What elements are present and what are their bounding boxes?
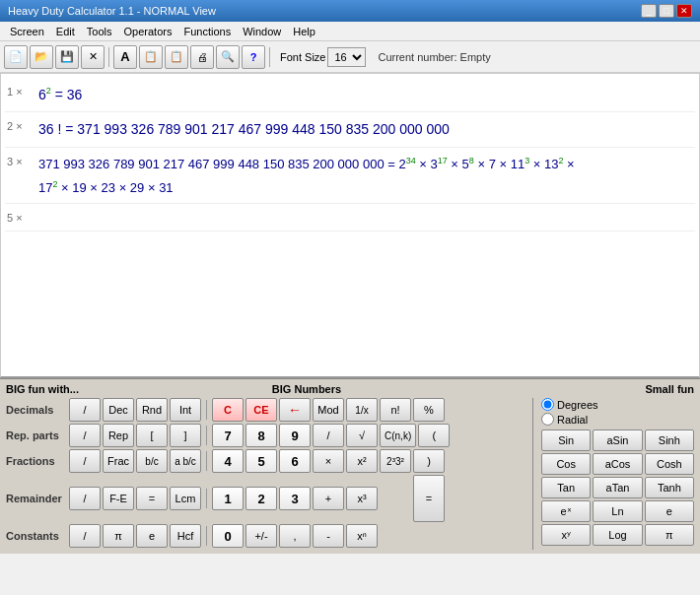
backspace-btn[interactable]: ← xyxy=(279,398,311,422)
percent-btn[interactable]: % xyxy=(413,398,445,422)
pi-btn[interactable]: π xyxy=(103,524,134,548)
bracket-open-btn[interactable]: [ xyxy=(136,424,168,447)
hcf-btn[interactable]: Hcf xyxy=(170,524,201,548)
equals-large-btn[interactable]: = xyxy=(413,475,445,522)
lcm-btn[interactable]: Lcm xyxy=(170,487,201,510)
menu-functions[interactable]: Functions xyxy=(177,24,237,39)
multiply-btn[interactable]: × xyxy=(313,449,344,473)
row-label-2: 2 × xyxy=(7,116,35,132)
menu-edit[interactable]: Edit xyxy=(50,24,81,39)
rnd-btn[interactable]: Rnd xyxy=(136,398,168,422)
toolbar-separator-2 xyxy=(269,47,270,67)
empty-const-2 xyxy=(413,524,445,548)
radial-radio-label[interactable]: Radial xyxy=(541,413,694,426)
divide-btn[interactable]: / xyxy=(313,424,344,447)
combination-btn[interactable]: C(n,k) xyxy=(380,424,416,447)
ln-btn[interactable]: Ln xyxy=(593,500,642,522)
radial-radio[interactable] xyxy=(541,413,554,426)
log-btn[interactable]: Log xyxy=(593,524,642,546)
c-btn[interactable]: C xyxy=(212,398,244,422)
sin-btn[interactable]: Sin xyxy=(541,430,591,451)
comma-btn[interactable]: , xyxy=(279,524,311,548)
empty-rem-1 xyxy=(380,487,411,510)
find-button[interactable]: 🔍 xyxy=(216,45,240,69)
exp-btn[interactable]: eˣ xyxy=(541,500,591,522)
menu-window[interactable]: Window xyxy=(237,24,287,39)
degrees-radio[interactable] xyxy=(541,398,554,411)
close-file-button[interactable]: ✕ xyxy=(81,45,105,69)
atan-btn[interactable]: aTan xyxy=(593,477,642,498)
frac-btn[interactable]: Frac xyxy=(103,449,134,473)
bracket-close-btn[interactable]: ] xyxy=(170,424,201,447)
open-button[interactable]: 📂 xyxy=(30,45,53,69)
plusminus-btn[interactable]: +/- xyxy=(245,524,277,548)
six-btn[interactable]: 6 xyxy=(279,449,311,473)
sqrt-btn[interactable]: √ xyxy=(346,424,378,447)
one-btn[interactable]: 1 xyxy=(212,487,244,510)
five-btn[interactable]: 5 xyxy=(245,449,277,473)
minimize-button[interactable]: _ xyxy=(641,4,657,18)
decimals-slash-btn[interactable]: / xyxy=(69,398,101,422)
new-button[interactable]: 📄 xyxy=(4,45,28,69)
menu-operators[interactable]: Operators xyxy=(118,24,178,39)
inv-btn[interactable]: 1/x xyxy=(346,398,378,422)
fe-btn[interactable]: F-E xyxy=(103,487,134,510)
equals-small-btn[interactable]: = xyxy=(136,487,168,510)
menu-help[interactable]: Help xyxy=(287,24,321,39)
display-row-3: 3 × 371 993 326 789 901 217 467 999 448 … xyxy=(5,148,695,204)
menu-screen[interactable]: Screen xyxy=(4,24,50,39)
three-btn[interactable]: 3 xyxy=(279,487,311,510)
four-btn[interactable]: 4 xyxy=(212,449,244,473)
frac-slash-btn[interactable]: / xyxy=(69,449,101,473)
left-section-header: BIG fun with... xyxy=(6,383,183,395)
zero-btn[interactable]: 0 xyxy=(212,524,244,548)
asin-btn[interactable]: aSin xyxy=(593,430,642,451)
open-paren-btn[interactable]: ( xyxy=(418,424,450,447)
print-button[interactable]: 🖨 xyxy=(190,45,214,69)
acos-btn[interactable]: aCos xyxy=(593,453,642,475)
xy-btn[interactable]: xʸ xyxy=(541,524,591,546)
e-btn[interactable]: e xyxy=(645,500,694,522)
minus-btn[interactable]: - xyxy=(313,524,344,548)
font-size-select[interactable]: 16 12 14 18 20 xyxy=(327,47,366,67)
tanh-btn[interactable]: Tanh xyxy=(645,477,694,498)
mod-btn[interactable]: Mod xyxy=(313,398,344,422)
font-button[interactable]: A xyxy=(113,45,137,69)
ce-btn[interactable]: CE xyxy=(245,398,277,422)
remainder-label: Remainder xyxy=(6,493,67,504)
eight-btn[interactable]: 8 xyxy=(245,424,277,447)
close-paren-btn[interactable]: ) xyxy=(413,449,445,473)
x-squared-btn[interactable]: x² xyxy=(346,449,378,473)
menu-tools[interactable]: Tools xyxy=(81,24,118,39)
e-const-btn[interactable]: e xyxy=(136,524,168,548)
save-button[interactable]: 💾 xyxy=(55,45,79,69)
pi-trig-btn[interactable]: π xyxy=(645,524,694,546)
xn-btn[interactable]: xⁿ xyxy=(346,524,378,548)
factorial-btn[interactable]: n! xyxy=(380,398,411,422)
two-btn[interactable]: 2 xyxy=(245,487,277,510)
int-btn[interactable]: Int xyxy=(170,398,201,422)
prime-factor-btn[interactable]: 2³3² xyxy=(380,449,411,473)
maximize-button[interactable]: □ xyxy=(659,4,674,18)
rep-btn[interactable]: Rep xyxy=(103,424,134,447)
rem-slash-btn[interactable]: / xyxy=(69,487,101,510)
paste-button[interactable]: 📋 xyxy=(165,45,188,69)
close-button[interactable]: ✕ xyxy=(676,4,692,18)
rep-slash-btn[interactable]: / xyxy=(69,424,101,447)
seven-btn[interactable]: 7 xyxy=(212,424,244,447)
row-label-3: 3 × xyxy=(7,152,35,167)
bc-btn[interactable]: b/c xyxy=(136,449,168,473)
plus-btn[interactable]: + xyxy=(313,487,344,510)
degrees-radio-label[interactable]: Degrees xyxy=(541,398,694,411)
const-slash-btn[interactable]: / xyxy=(69,524,101,548)
sinh-btn[interactable]: Sinh xyxy=(645,430,694,451)
x-cubed-btn[interactable]: x³ xyxy=(346,487,378,510)
help-button[interactable]: ? xyxy=(242,45,265,69)
abc-btn[interactable]: a b/c xyxy=(170,449,201,473)
tan-btn[interactable]: Tan xyxy=(541,477,591,498)
nine-btn[interactable]: 9 xyxy=(279,424,311,447)
dec-btn[interactable]: Dec xyxy=(103,398,134,422)
cos-btn[interactable]: Cos xyxy=(541,453,591,475)
cosh-btn[interactable]: Cosh xyxy=(645,453,694,475)
copy-button[interactable]: 📋 xyxy=(139,45,163,69)
